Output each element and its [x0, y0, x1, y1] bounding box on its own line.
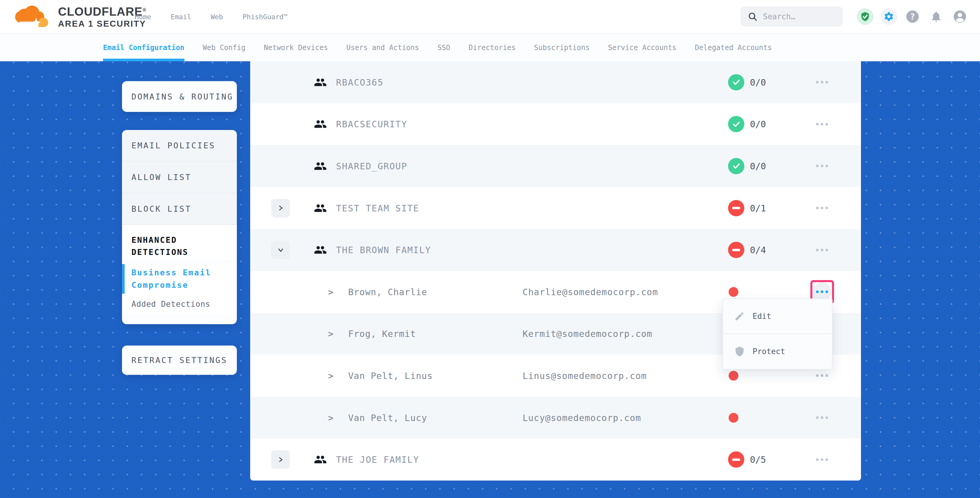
status-badge [728, 116, 745, 132]
tab-bar: Email ConfigurationWeb ConfigNetwork Dev… [0, 33, 980, 61]
brand-name: CLOUDFLARE® [58, 3, 146, 19]
group-name: SHARED_GROUP [336, 161, 407, 171]
app-header: CLOUDFLARE® AREA 1 SECURITY HomeEmailWeb… [0, 0, 980, 33]
tab-subscriptions[interactable]: Subscriptions [534, 34, 590, 61]
group-icon [314, 453, 327, 466]
row-actions-button[interactable] [808, 157, 835, 175]
search-placeholder: Search… [763, 12, 795, 21]
member-count: 0/0 [750, 77, 766, 88]
group-icon [314, 202, 327, 215]
workspace: DOMAINS & ROUTING EMAIL POLICIES ALLOW L… [0, 61, 980, 498]
row-actions-button[interactable] [808, 199, 835, 218]
member-email: Kermit@somedemocorp.com [523, 329, 652, 339]
member-name: Van Pelt, Linus [348, 371, 433, 381]
nav-link-email[interactable]: Email [170, 13, 191, 21]
tab-service-accounts[interactable]: Service Accounts [608, 34, 676, 61]
nav-link-phishguard[interactable]: PhishGuard™ [242, 13, 288, 21]
brand-text: CLOUDFLARE® AREA 1 SECURITY [58, 3, 146, 29]
group-row: SHARED_GROUP 0/0 [250, 145, 861, 187]
notifications-bell-icon[interactable] [928, 8, 945, 25]
group-icon [314, 118, 327, 130]
group-icon [314, 159, 327, 173]
status-badge [728, 74, 745, 90]
sidebar-item-added-detections[interactable]: Added Detections [122, 294, 237, 314]
member-count: 0/5 [750, 455, 766, 465]
member-email: Linus@somedemocorp.com [523, 371, 647, 381]
sidebar-item-business-email-compromise[interactable]: Business Email Compromise [122, 264, 237, 294]
tab-directories[interactable]: Directories [469, 34, 516, 61]
expand-toggle-button[interactable] [271, 241, 290, 259]
nav-link-home[interactable]: Home [135, 13, 151, 21]
member-caret: > [328, 286, 333, 297]
tab-network-devices[interactable]: Network Devices [264, 34, 328, 61]
row-actions-button[interactable] [808, 73, 835, 92]
member-caret: > [328, 329, 333, 339]
sidebar-item-email-policies[interactable]: EMAIL POLICIES [122, 130, 237, 162]
tab-delegated-accounts[interactable]: Delegated Accounts [695, 34, 772, 61]
member-email: Charlie@somedemocorp.com [523, 286, 658, 297]
member-count: 0/1 [750, 203, 766, 213]
account-icon[interactable] [951, 8, 968, 25]
group-name: THE BROWN FAMILY [336, 245, 431, 255]
member-count: 0/0 [750, 119, 766, 129]
search-icon [748, 11, 758, 22]
row-actions-button[interactable] [808, 450, 835, 469]
group-name: RBACSECURITY [336, 119, 407, 129]
member-name: Van Pelt, Lucy [348, 412, 427, 423]
settings-gear-icon[interactable] [881, 8, 897, 25]
group-name: THE JOE FAMILY [336, 455, 419, 465]
tab-web-config[interactable]: Web Config [203, 34, 246, 61]
tab-users-and-actions[interactable]: Users and Actions [347, 34, 419, 61]
member-caret: > [328, 412, 333, 423]
header-icon-cluster [857, 8, 968, 25]
member-caret: > [328, 371, 333, 381]
top-nav: HomeEmailWebPhishGuard™ [135, 0, 288, 33]
menu-item-protect[interactable]: Protect [723, 334, 832, 369]
group-row: TEST TEAM SITE 0/1 [250, 187, 861, 229]
member-status-dot [729, 413, 738, 423]
tab-email-configuration[interactable]: Email Configuration [103, 34, 185, 61]
member-status-dot [729, 287, 738, 297]
status-badge [728, 158, 745, 174]
member-row: > Van Pelt, Lucy Lucy@somedemocorp.com [250, 397, 861, 439]
shield-check-icon[interactable] [857, 8, 873, 25]
group-row: THE BROWN FAMILY 0/4 [250, 229, 861, 271]
expand-toggle-button[interactable] [271, 199, 290, 217]
sidebar-item-retract-settings[interactable]: RETRACT SETTINGS [122, 345, 237, 375]
row-actions-button[interactable] [808, 240, 835, 259]
nav-link-web[interactable]: Web [211, 13, 223, 21]
group-row: THE JOE FAMILY 0/5 [250, 439, 861, 480]
row-actions-button[interactable] [808, 115, 835, 134]
sidebar-card-domains: DOMAINS & ROUTING [122, 81, 237, 112]
brand-logo[interactable]: CLOUDFLARE® AREA 1 SECURITY [14, 3, 146, 30]
sidebar-item-allow-list[interactable]: ALLOW LIST [122, 162, 237, 193]
member-name: Brown, Charlie [348, 286, 427, 297]
search-box[interactable]: Search… [740, 6, 843, 27]
status-badge [728, 242, 745, 258]
status-badge [728, 200, 745, 216]
group-name: TEST TEAM SITE [336, 203, 419, 213]
member-email: Lucy@somedemocorp.com [523, 412, 641, 423]
sidebar-item-block-list[interactable]: BLOCK LIST [122, 193, 237, 225]
pencil-icon [734, 311, 745, 321]
row-actions-button[interactable] [808, 408, 835, 427]
group-icon [314, 76, 327, 89]
status-badge [728, 452, 745, 468]
member-count: 0/0 [750, 161, 766, 171]
member-count: 0/4 [750, 245, 766, 255]
shield-icon [734, 346, 745, 357]
group-row: RBACO365 0/0 [250, 61, 861, 103]
brand-subtitle: AREA 1 SECURITY [58, 19, 146, 29]
menu-item-edit[interactable]: Edit [723, 299, 832, 334]
menu-item-label: Edit [752, 312, 771, 321]
help-icon[interactable] [904, 8, 921, 25]
app-window: CLOUDFLARE® AREA 1 SECURITY HomeEmailWeb… [0, 0, 980, 498]
sidebar-card-retract: RETRACT SETTINGS [122, 345, 237, 375]
sidebar-item-enhanced-detections[interactable]: ENHANCED DETECTIONS [122, 225, 237, 260]
group-icon [314, 243, 327, 256]
sidebar-item-domains-routing[interactable]: DOMAINS & ROUTING [122, 81, 237, 112]
expand-toggle-button[interactable] [271, 450, 290, 469]
sidebar-card-policies: EMAIL POLICIES ALLOW LIST BLOCK LIST ENH… [122, 130, 237, 324]
tab-sso[interactable]: SSO [437, 34, 450, 61]
context-menu: Edit Protect [722, 298, 832, 369]
